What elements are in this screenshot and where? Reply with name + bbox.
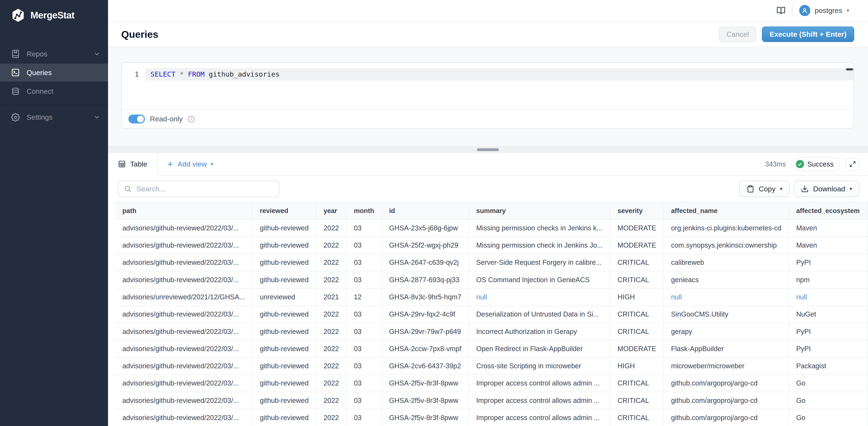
- sidebar-item-connect[interactable]: Connect: [0, 82, 108, 100]
- status-label: Success: [807, 160, 833, 168]
- table-header-row: pathreviewedyearmonthidsummaryseverityaf…: [115, 202, 868, 219]
- table-icon: [118, 160, 126, 168]
- table-cell: 03: [347, 254, 382, 271]
- table-cell: GHSA-2cv6-6437-39p2: [381, 357, 469, 374]
- table-cell: Missing permission checks in Jenkins k..…: [469, 219, 610, 236]
- table-cell: 2022: [316, 375, 346, 392]
- check-icon: [796, 160, 804, 168]
- search-input[interactable]: [135, 184, 274, 194]
- table-cell: Deserialization of Untrusted Data in Si.…: [469, 306, 610, 323]
- copy-button[interactable]: Copy ▾: [739, 181, 789, 197]
- info-icon[interactable]: [188, 116, 195, 123]
- brand: MergeStat: [0, 0, 108, 30]
- table-cell: GHSA-2647-c639-qv2j: [381, 254, 469, 271]
- topbar-divider: [792, 4, 793, 17]
- copy-label: Copy: [759, 185, 775, 193]
- settings-icon: [11, 113, 20, 122]
- table-cell: 2022: [316, 236, 346, 254]
- table-cell: CRITICAL: [610, 271, 663, 288]
- results-table-wrap[interactable]: pathreviewedyearmonthidsummaryseverityaf…: [115, 202, 868, 426]
- table-row: advisories/github-reviewed/2022/03/...gi…: [115, 323, 868, 340]
- table-cell: GHSA-2ccw-7px8-vmpf: [381, 340, 469, 357]
- topbar: postgres ▾: [108, 0, 868, 22]
- search-icon: [124, 185, 132, 193]
- readonly-label: Read-only: [150, 115, 183, 123]
- table-cell: null: [469, 288, 610, 305]
- column-header-affected_ecosystem: affected_ecosystem: [789, 202, 868, 219]
- table-cell: advisories/github-reviewed/2022/03/...: [115, 375, 252, 392]
- column-header-month: month: [347, 202, 382, 219]
- table-cell: 12: [347, 288, 382, 305]
- table-cell: github-reviewed: [252, 392, 316, 409]
- sidebar: MergeStat Repos Queries: [0, 0, 108, 426]
- table-cell: CRITICAL: [610, 392, 663, 409]
- table-cell: 2022: [316, 219, 346, 236]
- mergestat-logo-icon: [10, 8, 26, 23]
- table-cell: GHSA-25f2-wgxj-ph29: [381, 236, 469, 254]
- table-cell: github.com/argoproj/argo-cd: [663, 392, 789, 409]
- sql-token: FROM: [188, 70, 205, 78]
- user-icon: [799, 5, 810, 16]
- editor-scrollbar-thumb[interactable]: [846, 68, 853, 70]
- expand-button[interactable]: [846, 158, 859, 171]
- table-cell: 03: [347, 219, 382, 236]
- table-cell: Maven: [789, 236, 868, 254]
- table-cell: CRITICAL: [610, 323, 663, 340]
- tab-table[interactable]: Table: [108, 153, 158, 175]
- table-cell: GHSA-8v3c-9hr5-hqm7: [381, 288, 469, 305]
- sql-token: *: [180, 70, 184, 78]
- table-cell: advisories/github-reviewed/2022/03/...: [115, 409, 252, 426]
- page-title: Queries: [121, 28, 719, 40]
- sidebar-item-queries[interactable]: Queries: [0, 63, 108, 82]
- add-view-label: Add view: [178, 160, 207, 168]
- docs-icon[interactable]: [777, 6, 785, 15]
- drag-handle[interactable]: [477, 148, 499, 151]
- column-header-year: year: [316, 202, 346, 219]
- sidebar-item-settings[interactable]: Settings: [0, 108, 108, 126]
- table-cell: CRITICAL: [610, 375, 663, 392]
- table-cell: Improper access control allows admin ...: [469, 409, 610, 426]
- table-row: advisories/github-reviewed/2022/03/...gi…: [115, 219, 868, 236]
- download-button[interactable]: Download ▾: [794, 181, 859, 197]
- add-view-button[interactable]: Add view ▾: [166, 153, 213, 175]
- table-cell: github-reviewed: [252, 375, 316, 392]
- code-area[interactable]: 1 SELECT * FROM github_advisories: [122, 63, 854, 109]
- table-cell: 2022: [316, 254, 346, 271]
- sql-token: github_advisories: [209, 70, 280, 78]
- table-row: advisories/github-reviewed/2022/03/...gi…: [115, 357, 868, 374]
- execute-button[interactable]: Execute (Shift + Enter): [762, 27, 854, 42]
- table-cell: Missing permission check in Jenkins Jo..…: [469, 236, 610, 254]
- table-cell: Incorrect Authorization in Gerapy: [469, 323, 610, 340]
- table-cell: Go: [789, 375, 868, 392]
- sidebar-item-repos[interactable]: Repos: [0, 45, 108, 63]
- chevron-down-icon: [94, 51, 100, 57]
- table-cell: HIGH: [610, 288, 663, 305]
- table-cell: github-reviewed: [252, 340, 316, 357]
- table-cell: github-reviewed: [252, 219, 316, 236]
- table-cell: github-reviewed: [252, 254, 316, 271]
- table-cell: github-reviewed: [252, 323, 316, 340]
- sidebar-item-label: Repos: [27, 50, 94, 58]
- table-cell: null: [663, 288, 789, 305]
- table-cell: MODERATE: [610, 340, 663, 357]
- table-cell: github-reviewed: [252, 409, 316, 426]
- column-header-severity: severity: [610, 202, 663, 219]
- table-cell: github-reviewed: [252, 236, 316, 254]
- table-cell: GHSA-2f5v-8r3f-8pww: [381, 375, 469, 392]
- table-cell: Packagist: [789, 357, 868, 374]
- table-cell: advisories/github-reviewed/2022/03/...: [115, 219, 252, 236]
- table-cell: NuGet: [789, 306, 868, 323]
- cancel-button[interactable]: Cancel: [719, 27, 756, 42]
- readonly-toggle[interactable]: [128, 114, 145, 124]
- table-cell: advisories/unreviewed/2021/12/GHSA...: [115, 288, 252, 305]
- table-cell: 2022: [316, 271, 346, 288]
- table-cell: GHSA-23x5-j68g-6jpw: [381, 219, 469, 236]
- download-icon: [801, 185, 809, 193]
- panel-resize-strip: [108, 146, 868, 153]
- app-window: MergeStat Repos Queries: [0, 0, 868, 426]
- user-menu[interactable]: postgres ▾: [799, 5, 849, 16]
- user-name: postgres: [815, 6, 842, 14]
- table-cell: MODERATE: [610, 219, 663, 236]
- table-cell: genieacs: [663, 271, 789, 288]
- table-cell: 2022: [316, 357, 346, 374]
